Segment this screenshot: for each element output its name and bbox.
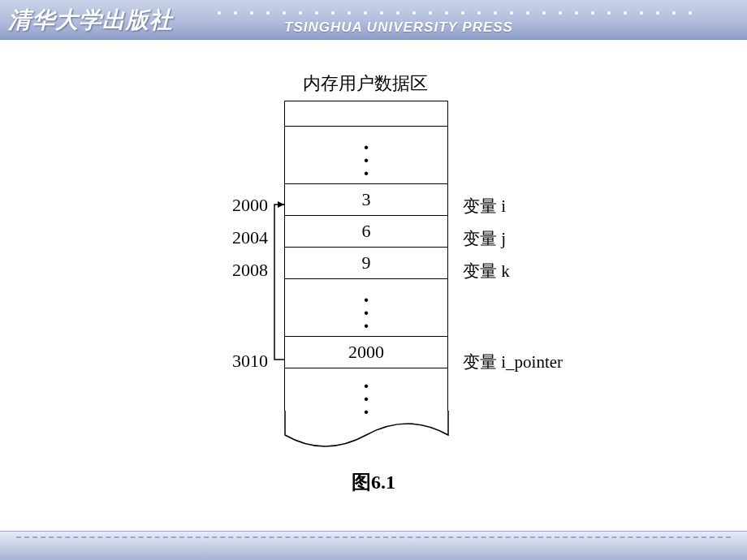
cell-value: 2000 [348, 342, 384, 362]
slide-footer [0, 531, 747, 560]
diagram-title: 内存用户数据区 [284, 71, 447, 96]
publisher-logo-cn: 清华大学出版社 [8, 5, 173, 36]
memory-cell-ellipsis: ••• [285, 279, 447, 337]
svg-marker-0 [278, 201, 284, 208]
decorative-dots [211, 3, 739, 6]
cell-value: 6 [362, 221, 371, 241]
cell-value: 3 [362, 189, 371, 209]
figure-caption: 图6.1 [0, 469, 747, 495]
slide-header: 清华大学出版社 TSINGHUA UNIVERSITY PRESS [0, 0, 747, 40]
memory-cell: 6 [285, 216, 447, 248]
memory-cell: 9 [285, 248, 447, 279]
address-label: 2000 [195, 195, 268, 216]
publisher-logo-en: TSINGHUA UNIVERSITY PRESS [284, 19, 513, 36]
memory-cell-ellipsis: ••• [285, 127, 447, 184]
memory-cell: 3 [285, 184, 447, 216]
address-label: 2008 [195, 260, 268, 281]
variable-label: 变量 k [463, 260, 510, 282]
variable-label: 变量 j [463, 227, 506, 250]
slide-body: 内存用户数据区 2000 2004 2008 3010 变量 i 变量 j 变量… [0, 39, 747, 532]
pointer-arrow-icon [270, 193, 294, 372]
address-label: 2004 [195, 227, 268, 248]
address-label: 3010 [195, 351, 268, 372]
memory-column: ••• 3 6 9 ••• 2000 ••• [284, 101, 448, 411]
memory-cell: 2000 [285, 337, 447, 368]
memory-cell-ellipsis: ••• [285, 368, 447, 411]
variable-label: 变量 i_pointer [463, 351, 563, 373]
variable-label: 变量 i [463, 195, 506, 218]
cell-value: 9 [362, 252, 371, 273]
memory-diagram: 内存用户数据区 2000 2004 2008 3010 变量 i 变量 j 变量… [195, 71, 601, 459]
memory-cell-empty [285, 101, 447, 127]
